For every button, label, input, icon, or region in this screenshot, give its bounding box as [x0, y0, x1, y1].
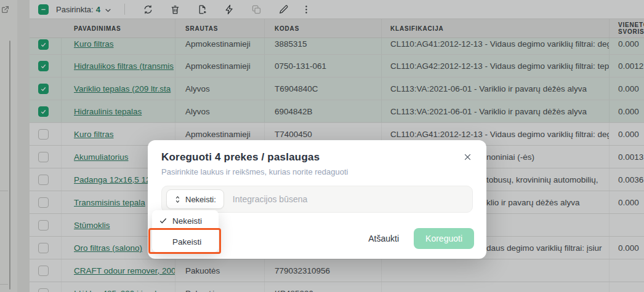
- integration-status-placeholder[interactable]: Integracijos būsena: [233, 194, 307, 204]
- change-mode-dropdown: Nekeisti Pakeisti: [152, 210, 219, 252]
- change-mode-select[interactable]: Nekeisti:: [166, 189, 224, 209]
- change-mode-value: Nekeisti:: [185, 195, 216, 204]
- close-icon[interactable]: [461, 150, 474, 164]
- menu-item-nekeisti[interactable]: Nekeisti: [152, 210, 219, 231]
- menu-item-pakeisti[interactable]: Pakeisti: [152, 231, 219, 252]
- edit-field-row: Nekeisti: Integracijos būsena: [161, 186, 473, 213]
- modal-footer: Atšaukti Koreguoti: [366, 228, 474, 249]
- modal-title: Koreguoti 4 prekes / paslaugas: [161, 151, 473, 164]
- cancel-button[interactable]: Atšaukti: [366, 230, 401, 247]
- submit-button[interactable]: Koreguoti: [414, 228, 474, 249]
- modal-subtitle: Pasirinkite laukus ir reikšmes, kurias n…: [161, 167, 473, 176]
- check-icon: [159, 216, 167, 225]
